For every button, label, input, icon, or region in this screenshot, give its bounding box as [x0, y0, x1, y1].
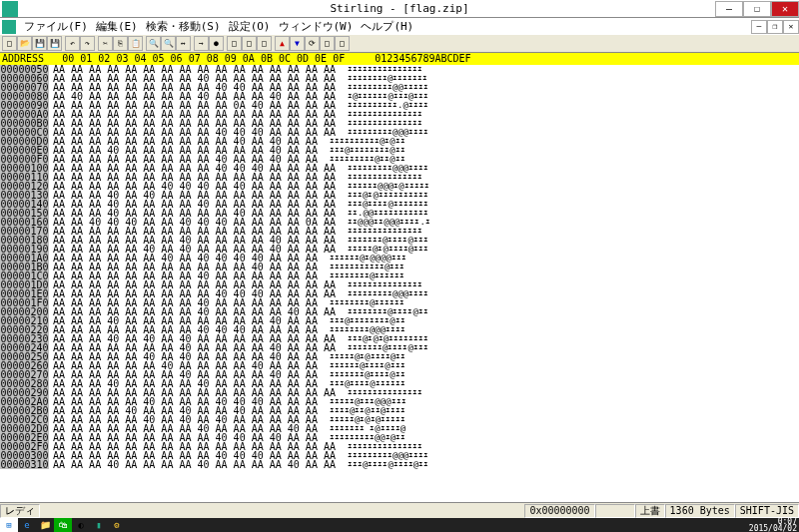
- goto-icon[interactable]: →: [194, 36, 209, 51]
- replace-icon[interactable]: ↔: [176, 36, 191, 51]
- hex-header: ADDRESS 00 01 02 03 04 05 06 07 08 09 0A…: [0, 53, 799, 65]
- status-empty: [595, 504, 635, 518]
- hex-ascii[interactable]: ｪｪｪ@ｪｪｪｪ@ｪｪｪｪ@ｪｪ: [336, 460, 428, 469]
- new-icon[interactable]: □: [2, 36, 17, 51]
- doc-icon[interactable]: [2, 20, 16, 34]
- status-offset: 0x00000000: [524, 504, 594, 518]
- status-size: 1360 Bytes: [665, 504, 735, 518]
- mdi-restore-button[interactable]: ❐: [767, 20, 783, 34]
- ie-icon[interactable]: e: [18, 518, 36, 532]
- tool7-icon[interactable]: □: [320, 36, 335, 51]
- tool3-icon[interactable]: □: [257, 36, 272, 51]
- close-button[interactable]: ✕: [771, 1, 799, 17]
- status-overwrite: 上書: [635, 504, 665, 518]
- chrome-icon[interactable]: ◐: [72, 518, 90, 532]
- tool5-icon[interactable]: ▼: [290, 36, 305, 51]
- mdi-minimize-button[interactable]: –: [751, 20, 767, 34]
- explorer-icon[interactable]: 📁: [36, 518, 54, 532]
- tool8-icon[interactable]: □: [335, 36, 350, 51]
- hex-view[interactable]: 00000050AA AA AA AA AA AA AA AA AA AA AA…: [0, 65, 799, 516]
- maximize-button[interactable]: ☐: [743, 1, 771, 17]
- copy-icon[interactable]: ⎘: [113, 36, 128, 51]
- minimize-button[interactable]: –: [715, 1, 743, 17]
- redo-icon[interactable]: ↷: [80, 36, 95, 51]
- tool1-icon[interactable]: □: [227, 36, 242, 51]
- window-title: Stirling - [flag.zip]: [330, 2, 468, 15]
- statusbar: レディ 0x00000000 上書 1360 Bytes SHIFT-JIS: [0, 502, 799, 518]
- taskbar[interactable]: ⊞ e 📁 🛍 ◐ ▮ ⚙ 0:072015/04/02: [0, 518, 799, 532]
- hex-address: 00000310: [0, 460, 49, 469]
- app-icon: [2, 1, 18, 17]
- paste-icon[interactable]: 📋: [128, 36, 143, 51]
- mark-icon[interactable]: ●: [209, 36, 224, 51]
- open-icon[interactable]: 📂: [17, 36, 32, 51]
- menubar: ファイル(F) 編集(E) 検索・移動(S) 設定(O) ウィンドウ(W) ヘル…: [0, 18, 799, 35]
- start-icon[interactable]: ⊞: [0, 518, 18, 532]
- menu-edit[interactable]: 編集(E): [92, 19, 142, 34]
- menu-file[interactable]: ファイル(F): [20, 19, 92, 34]
- save-icon[interactable]: 💾: [32, 36, 47, 51]
- menu-search[interactable]: 検索・移動(S): [142, 19, 225, 34]
- tray-clock[interactable]: 0:072015/04/02: [749, 518, 799, 532]
- tool4-icon[interactable]: ▲: [275, 36, 290, 51]
- find-icon[interactable]: 🔍: [146, 36, 161, 51]
- tool2-icon[interactable]: □: [242, 36, 257, 51]
- status-ready: レディ: [0, 504, 40, 518]
- saveas-icon[interactable]: 💾: [47, 36, 62, 51]
- hex-row[interactable]: 00000310AA AA AA 40 AA AA AA AA 40 AA AA…: [0, 460, 799, 469]
- undo-icon[interactable]: ↶: [65, 36, 80, 51]
- menu-settings[interactable]: 設定(O): [225, 19, 275, 34]
- store-icon[interactable]: 🛍: [54, 518, 72, 532]
- toolbar: □ 📂 💾 💾 ↶ ↷ ✂ ⎘ 📋 🔍 🔍 ↔ → ● □ □ □ ▲ ▼ ⟳ …: [0, 35, 799, 53]
- findnext-icon[interactable]: 🔍: [161, 36, 176, 51]
- mdi-close-button[interactable]: ✕: [783, 20, 799, 34]
- titlebar: Stirling - [flag.zip] – ☐ ✕: [0, 0, 799, 18]
- hex-bytes[interactable]: AA AA AA 40 AA AA AA AA 40 AA AA AA AA 4…: [49, 460, 336, 469]
- app-taskbar-icon[interactable]: ▮: [90, 518, 108, 532]
- tool-taskbar-icon[interactable]: ⚙: [108, 518, 126, 532]
- menu-window[interactable]: ウィンドウ(W): [275, 19, 358, 34]
- cut-icon[interactable]: ✂: [98, 36, 113, 51]
- tool6-icon[interactable]: ⟳: [305, 36, 320, 51]
- menu-help[interactable]: ヘルプ(H): [357, 19, 417, 34]
- status-encoding: SHIFT-JIS: [735, 504, 799, 518]
